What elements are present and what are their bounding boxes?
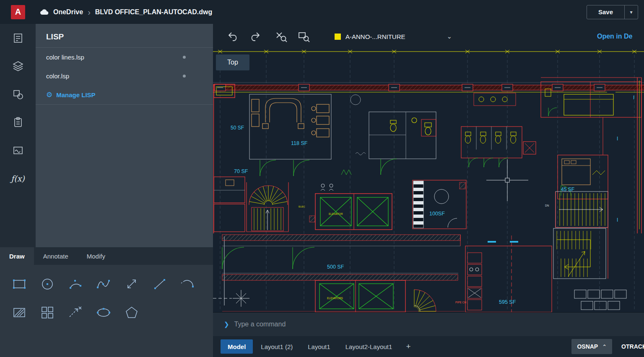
command-input-placeholder[interactable]: Type a command xyxy=(234,321,286,328)
left-wall-rooms xyxy=(214,84,245,305)
exterior-wall xyxy=(213,83,644,92)
ribbon-tab-draw[interactable]: Draw xyxy=(0,247,34,265)
layout-tab-layout2-layout1[interactable]: Layout2-Layout1 xyxy=(338,339,400,354)
ribbon-tab-annotate[interactable]: Annotate xyxy=(34,247,78,265)
block-insert-tool-icon[interactable] xyxy=(33,302,61,323)
elevator-bank-upper xyxy=(309,194,392,230)
ribbon-tool-area: DrawAnnotateModify xyxy=(0,247,213,357)
kitchen-strip xyxy=(467,253,482,310)
elevator-bank-lower xyxy=(315,280,405,312)
autocad-logo[interactable]: A xyxy=(11,5,25,19)
canvas-text-label: PIPE CH xyxy=(455,301,466,304)
right-stair-lower xyxy=(553,191,608,279)
zoom-object-icon[interactable] xyxy=(272,28,291,45)
otrack-toggle[interactable]: OTRACK xyxy=(621,343,644,350)
sheets-panel-icon[interactable] xyxy=(0,24,36,52)
arc-tool-icon[interactable] xyxy=(61,273,89,295)
undo-icon[interactable] xyxy=(223,28,242,45)
bottom-fan-stair xyxy=(414,290,436,311)
ribbon-tab-modify[interactable]: Modify xyxy=(78,247,114,265)
command-chevron-icon: ❯ xyxy=(224,321,229,328)
add-layout-button[interactable]: + xyxy=(399,342,417,351)
canvas-toolbar: A-ANNO-...RNITURE ⌄ Open in De xyxy=(213,24,644,49)
left-stair-block xyxy=(247,182,288,232)
lisp-file-list: color lines.lspcolor.lsp xyxy=(36,48,213,85)
layer-color-swatch xyxy=(335,34,341,40)
layout-tabs: ModelLayout1 (2)Layout1Layout2-Layout1 xyxy=(220,339,399,354)
lisp-status-dot-icon xyxy=(183,56,186,59)
breadcrumb: OneDrive › BLVD OFFICE_PLAN-AUTOCAD.dwg xyxy=(39,8,212,16)
layer-selected-name: A-ANNO-...RNITURE xyxy=(345,33,405,40)
hatch-tool-icon[interactable] xyxy=(5,302,33,323)
zoom-window-icon[interactable] xyxy=(294,28,314,45)
ribbon-tab-bar: DrawAnnotateModify xyxy=(0,247,213,265)
breadcrumb-provider[interactable]: OneDrive xyxy=(53,8,83,16)
right-wing-rooms xyxy=(541,78,641,233)
open-in-desktop-link[interactable]: Open in De xyxy=(597,33,644,40)
manage-lisp-label: Manage LISP xyxy=(56,91,95,98)
bedroom-room xyxy=(558,155,608,199)
layer-dropdown[interactable]: A-ANNO-...RNITURE ⌄ xyxy=(330,28,456,44)
blocks-panel-icon[interactable] xyxy=(0,80,36,108)
lisp-file-item[interactable]: color.lsp xyxy=(36,67,213,85)
layout-tab-model[interactable]: Model xyxy=(221,339,253,354)
gear-icon: ⚙ xyxy=(46,91,52,98)
ellipse-tool-icon[interactable] xyxy=(89,302,117,323)
office-room xyxy=(249,94,331,176)
save-dropdown-caret-icon[interactable]: ▾ xyxy=(624,5,638,19)
corridor-doors xyxy=(222,247,314,269)
left-tool-strip: ƒ(x) xyxy=(0,24,36,247)
lisp-panel: LISP color lines.lspcolor.lsp ⚙ Manage L… xyxy=(36,24,213,247)
layout-tab-layout1-2-[interactable]: Layout1 (2) xyxy=(254,339,300,354)
layout-tab-layout1[interactable]: Layout1 xyxy=(301,339,337,354)
top-bar: A OneDrive › BLVD OFFICE_PLAN-AUTOCAD.dw… xyxy=(0,0,644,24)
polygon-tool-icon[interactable] xyxy=(117,302,145,323)
canvas-text-label: I xyxy=(617,217,618,223)
canvas-labels: 50 SF118 SF70 SF100SF45 SF500 SF595 SFEL… xyxy=(231,95,634,305)
canvas-text-label: 118 SF xyxy=(291,140,308,146)
right-stair-upper xyxy=(556,191,608,228)
crosshair-cursor xyxy=(486,159,528,201)
bottom-right-furniture xyxy=(574,290,626,310)
lisp-file-name: color.lsp xyxy=(46,72,69,80)
viewcube-top-button[interactable]: Top xyxy=(216,54,249,70)
clipboard-panel-icon[interactable] xyxy=(0,108,36,136)
breadcrumb-separator-icon: › xyxy=(87,8,91,16)
building-core xyxy=(413,180,466,229)
center-bathroom xyxy=(351,95,436,175)
save-button-group: Save ▾ xyxy=(587,5,638,19)
drawing-canvas[interactable]: Top xyxy=(213,49,644,312)
tangent-arc-tool-icon[interactable] xyxy=(174,273,202,295)
redo-icon[interactable] xyxy=(246,28,265,45)
canvas-text-label: I xyxy=(633,95,634,101)
canvas-text-label: I xyxy=(617,136,618,142)
command-bar[interactable]: ❯ Type a command xyxy=(213,312,644,336)
canvas-text-label: 45 SF xyxy=(561,186,574,192)
canvas-text-label: 70 SF xyxy=(234,168,248,174)
lisp-file-item[interactable]: color lines.lsp xyxy=(36,48,213,67)
circle-tool-icon[interactable] xyxy=(33,273,61,295)
save-button[interactable]: Save xyxy=(587,5,624,19)
rectangle-tool-icon[interactable] xyxy=(5,273,33,295)
image-xref-panel-icon[interactable] xyxy=(0,136,36,164)
draw-tool-grid xyxy=(0,265,213,323)
measure-tool-icon[interactable] xyxy=(61,302,89,323)
osnap-toggle[interactable]: OSNAP ⌃ xyxy=(571,339,612,354)
canvas-text-label: 595 SF xyxy=(499,299,516,305)
spline-tool-icon[interactable] xyxy=(89,273,117,295)
canvas-text-label: 500 SF xyxy=(327,264,344,270)
breadcrumb-filename[interactable]: BLVD OFFICE_PLAN-AUTOCAD.dwg xyxy=(95,8,212,16)
manage-lisp-button[interactable]: ⚙ Manage LISP xyxy=(36,85,213,105)
lisp-file-name: color lines.lsp xyxy=(46,54,84,61)
lisp-status-dot-icon xyxy=(183,75,186,78)
line-tool-icon[interactable] xyxy=(145,273,174,295)
match-line-symbol xyxy=(213,290,249,307)
canvas-text-label: ELEVATORS xyxy=(327,297,343,300)
chevron-down-icon: ⌄ xyxy=(447,33,452,40)
floor-plan-drawing[interactable]: 50 SF118 SF70 SF100SF45 SF500 SF595 SFEL… xyxy=(213,49,644,312)
expressions-panel-icon[interactable]: ƒ(x) xyxy=(0,164,36,192)
move-tool-icon[interactable] xyxy=(117,273,145,295)
dimension-line xyxy=(213,50,644,53)
right-bathrooms xyxy=(461,93,536,167)
layers-panel-icon[interactable] xyxy=(0,52,36,80)
